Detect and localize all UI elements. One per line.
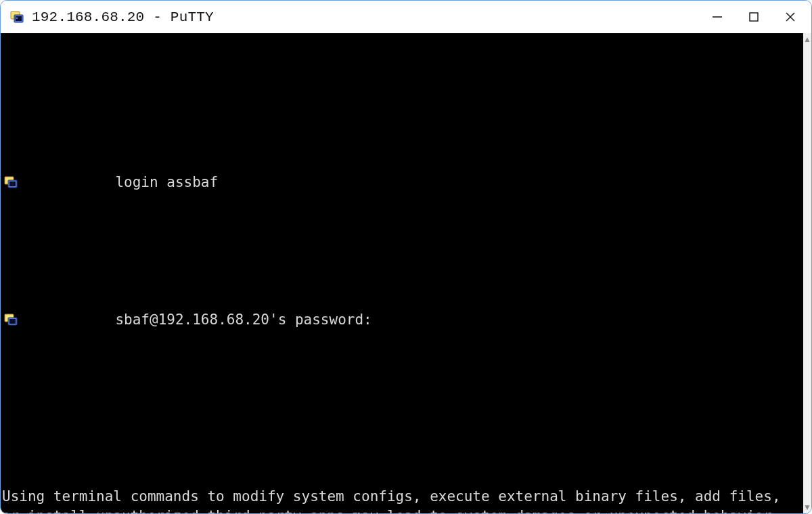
vertical-scrollbar[interactable]: ▲ ▼ — [803, 33, 811, 513]
terminal-line: login assbaf — [115, 174, 218, 190]
svg-rect-5 — [750, 13, 758, 21]
scroll-up-icon[interactable]: ▲ — [803, 35, 811, 43]
minimize-button[interactable] — [699, 2, 736, 32]
svg-rect-10 — [9, 181, 16, 186]
svg-rect-3 — [16, 18, 18, 19]
putty-line-icon — [4, 135, 19, 150]
maximize-button[interactable] — [736, 2, 772, 32]
terminal-line: Using terminal commands to modify system… — [2, 487, 800, 513]
svg-rect-13 — [9, 319, 16, 324]
putty-window: 192.168.68.20 - PuTTY — [0, 0, 812, 514]
window-title: 192.168.68.20 - PuTTY — [32, 9, 214, 25]
window-body: login assbaf sbaf@192.168.68.20's passwo… — [1, 33, 811, 513]
putty-line-icon — [4, 273, 19, 288]
close-button[interactable] — [772, 2, 809, 32]
titlebar: 192.168.68.20 - PuTTY — [1, 1, 811, 33]
putty-icon — [10, 9, 25, 24]
terminal-line: sbaf@192.168.68.20's password: — [115, 312, 371, 328]
terminal-output[interactable]: login assbaf sbaf@192.168.68.20's passwo… — [1, 33, 803, 513]
scroll-down-icon[interactable]: ▼ — [803, 503, 811, 511]
